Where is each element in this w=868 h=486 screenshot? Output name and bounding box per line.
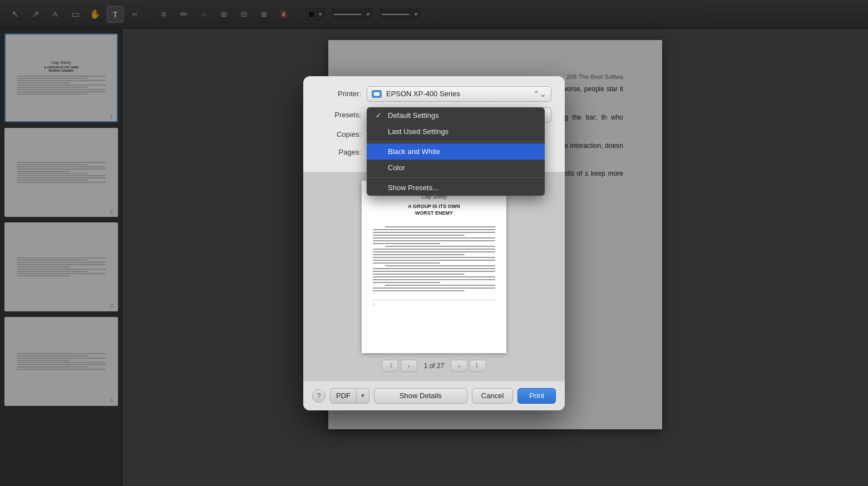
dialog-top-section: Printer: EPSON XP-400 Series ⌃⌄ Presets:… (303, 76, 565, 172)
preset-label-show: Show Presets... (388, 184, 438, 192)
dropdown-separator-2 (367, 177, 545, 178)
page-next-btn[interactable]: › (451, 360, 467, 372)
printer-icon (372, 90, 382, 98)
print-preview-page: Clay Shirky A GROUP IS ITS OWNWORST ENEM… (362, 181, 506, 353)
printer-select-arrows: ⌃⌄ (533, 90, 546, 98)
preview-footnote: 1 (373, 300, 495, 306)
preset-option-default[interactable]: ✓ Default Settings (367, 107, 545, 123)
preset-option-show[interactable]: Show Presets... (367, 180, 545, 196)
preset-option-last-used[interactable]: Last Used Settings (367, 123, 545, 140)
preview-title: A GROUP IS ITS OWNWORST ENEMY (408, 203, 460, 217)
preset-label-bw: Black and White (388, 147, 440, 156)
page-info-text: 1 of 27 (420, 362, 449, 370)
help-button[interactable]: ? (312, 389, 326, 403)
printer-label: Printer: (317, 90, 361, 98)
preset-label-last-used: Last Used Settings (388, 127, 448, 136)
presets-label: Presets: (317, 111, 361, 119)
preview-pagination: 《 ‹ 1 of 27 › 》 (382, 360, 487, 372)
check-icon: ✓ (376, 111, 383, 120)
preset-option-bw[interactable]: Black and White (367, 143, 545, 160)
printer-row: Printer: EPSON XP-400 Series ⌃⌄ (317, 86, 551, 102)
dropdown-separator-1 (367, 141, 545, 142)
pages-label: Pages: (317, 148, 361, 156)
page-last-btn[interactable]: 》 (470, 360, 486, 372)
printer-select[interactable]: EPSON XP-400 Series ⌃⌄ (367, 86, 551, 102)
pdf-button[interactable]: PDF ▼ (330, 388, 369, 404)
printer-name: EPSON XP-400 Series (386, 90, 533, 98)
cancel-button[interactable]: Cancel (472, 388, 513, 404)
dialog-bottom-bar: ? PDF ▼ Show Details Cancel Print (303, 381, 565, 410)
print-dialog: Printer: EPSON XP-400 Series ⌃⌄ Presets:… (303, 76, 565, 410)
question-mark: ? (317, 391, 320, 400)
print-dialog-overlay: Printer: EPSON XP-400 Series ⌃⌄ Presets:… (0, 0, 868, 486)
show-details-button[interactable]: Show Details (374, 388, 467, 404)
copies-label: Copies: (317, 130, 361, 138)
page-prev-btn[interactable]: ‹ (401, 360, 417, 372)
print-button[interactable]: Print (517, 388, 556, 404)
preview-body-lines (373, 225, 495, 293)
pdf-dropdown-arrow[interactable]: ▼ (356, 389, 369, 403)
preset-option-color[interactable]: Color (367, 160, 545, 176)
preset-label-color: Color (388, 163, 405, 172)
preset-label-default: Default Settings (388, 111, 439, 120)
pdf-button-label: PDF (331, 391, 356, 400)
print-preview-area: Clay Shirky A GROUP IS ITS OWNWORST ENEM… (303, 172, 565, 381)
presets-dropdown-menu: ✓ Default Settings Last Used Settings Bl… (367, 107, 545, 196)
presets-row: Presets: Default Settings ⌃⌄ ✓ Default S… (317, 107, 551, 123)
page-first-btn[interactable]: 《 (382, 360, 398, 372)
